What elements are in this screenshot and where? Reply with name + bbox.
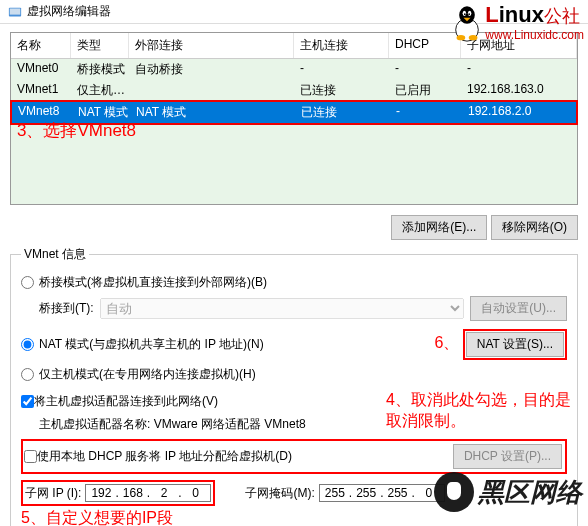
table-row[interactable]: VMnet1 仅主机… 已连接 已启用 192.168.163.0 [11,80,577,101]
linux-logo: Linux公社 www.Linuxidc.com [449,2,584,42]
bridge-to-label: 桥接到(T): [39,300,94,317]
table-row[interactable]: VMnet0 桥接模式 自动桥接 - - - [11,59,577,80]
hostonly-label: 仅主机模式(在专用网络内连接虚拟机)(H) [39,366,256,383]
radio-hostonly[interactable] [21,368,34,381]
auto-settings-button[interactable]: 自动设置(U)... [470,296,567,321]
nat-settings-button[interactable]: NAT 设置(S)... [466,332,564,357]
app-icon [8,5,22,19]
svg-point-6 [464,13,466,15]
remove-network-button[interactable]: 移除网络(O) [491,215,578,240]
subnet-ip-label: 子网 IP (I): [25,485,81,502]
col-name[interactable]: 名称 [11,33,71,58]
connect-host-label: 将主机虚拟适配器连接到此网络(V) [34,393,218,410]
subnet-mask-label: 子网掩码(M): [245,485,314,502]
heiqu-icon [434,472,474,512]
heiqu-logo: 黑区网络 [434,472,582,512]
col-ext[interactable]: 外部连接 [129,33,294,58]
svg-point-7 [469,13,471,15]
annotation-4: 4、取消此处勾选，目的是取消限制。 [386,390,571,432]
svg-point-8 [457,35,466,40]
col-host[interactable]: 主机连接 [294,33,389,58]
annotation-6: 6、 [435,334,460,351]
bridge-select[interactable]: 自动 [100,298,465,319]
window-title: 虚拟网络编辑器 [27,3,111,20]
tux-icon [449,2,485,42]
dhcp-settings-button[interactable]: DHCP 设置(P)... [453,444,562,469]
col-type[interactable]: 类型 [71,33,129,58]
check-use-dhcp[interactable] [24,450,37,463]
nat-label: NAT 模式(与虚拟机共享主机的 IP 地址)(N) [39,336,264,353]
logo-url: www.Linuxidc.com [485,28,584,42]
vmnet-table: 名称 类型 外部连接 主机连接 DHCP 子网地址 VMnet0 桥接模式 自动… [10,32,578,205]
svg-rect-1 [10,8,21,14]
annotation-3: 3、选择VMnet8 [17,119,136,142]
check-connect-host[interactable] [21,395,34,408]
subnet-mask-input[interactable]: ... [319,484,445,502]
radio-nat[interactable] [21,338,34,351]
bridge-label: 桥接模式(将虚拟机直接连接到外部网络)(B) [39,274,267,291]
use-dhcp-label: 使用本地 DHCP 服务将 IP 地址分配给虚拟机(D) [37,448,292,465]
subnet-ip-input[interactable]: ... [85,484,211,502]
group-title: VMnet 信息 [21,246,89,263]
svg-point-9 [469,35,478,40]
radio-bridge[interactable] [21,276,34,289]
svg-point-4 [463,11,466,16]
add-network-button[interactable]: 添加网络(E)... [391,215,487,240]
svg-point-5 [468,11,471,16]
